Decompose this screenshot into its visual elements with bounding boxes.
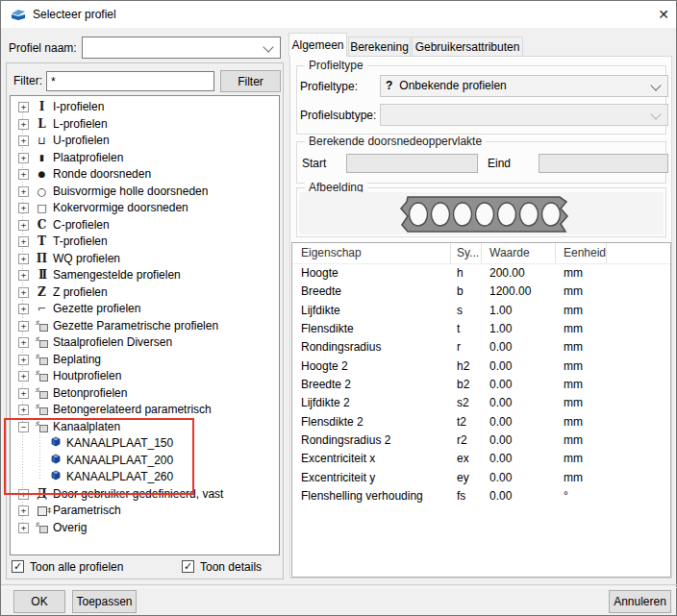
expand-icon[interactable]: + <box>18 388 29 399</box>
table-row[interactable]: Hoogteh200.00mm <box>292 264 670 283</box>
expand-icon[interactable]: + <box>18 119 29 130</box>
expand-icon[interactable]: + <box>18 220 29 231</box>
table-row[interactable]: Hoogte 2h20.00mm <box>292 357 670 376</box>
tree-item[interactable]: +sHoutprofielen <box>11 368 279 385</box>
tree-item[interactable]: +LL-profielen <box>11 116 279 134</box>
parametric-box-icon: s <box>34 318 50 335</box>
apply-button[interactable]: Toepassen <box>72 590 137 613</box>
table-row[interactable]: Flensdiktet1.00mm <box>292 320 670 338</box>
tree-item[interactable]: +○Buisvormige holle doorsneden <box>11 184 279 201</box>
table-row[interactable]: Rondingsradius 2r20.00mm <box>292 431 670 450</box>
tree-item[interactable]: +IISamengestelde profielen <box>11 267 279 284</box>
table-row[interactable]: Excentriciteit xex0.00mm <box>292 450 670 468</box>
tree-item-label: Kanaalplaten <box>53 420 120 433</box>
tree-item[interactable]: −sKanaalplaten <box>11 419 279 436</box>
tab-algemeen[interactable]: Algemeen <box>288 33 347 57</box>
tree-item[interactable]: +TT-profielen <box>11 234 279 251</box>
column-header[interactable]: Eigenschap <box>292 243 451 263</box>
expand-icon[interactable]: + <box>18 186 29 197</box>
profieltype-combobox[interactable]: ?Onbekende profielen <box>380 75 668 97</box>
column-header[interactable]: Waarde <box>482 243 556 263</box>
column-header[interactable]: Sy... <box>451 243 482 263</box>
expand-icon[interactable]: + <box>18 405 29 415</box>
expand-icon[interactable]: + <box>18 304 29 314</box>
table-cell: 0.00 <box>482 431 556 450</box>
tree-item[interactable]: +CC-profielen <box>11 217 279 234</box>
expand-icon[interactable]: + <box>18 236 29 247</box>
tree-item[interactable]: KANAALPLAAT_260 <box>11 469 279 486</box>
tree-item-label: WQ profielen <box>53 252 120 265</box>
table-cell: 0.00 <box>482 487 556 505</box>
tree-item[interactable]: +ZZ profielen <box>11 284 279 302</box>
expand-icon[interactable]: + <box>18 153 29 163</box>
profielsubtype-combobox[interactable] <box>380 104 668 126</box>
table-row[interactable]: Flenshelling verhoudingfs0.00° <box>292 487 670 505</box>
column-header[interactable]: Eenheid <box>556 243 607 263</box>
table-row[interactable]: Rondingsradiusr0.00mm <box>292 338 670 357</box>
tree-item[interactable]: +sBetongerelateerd parametrisch <box>11 402 279 419</box>
tree-item[interactable]: +ДDoor gebruiker gedefinieerd, vast <box>11 486 279 504</box>
tree-item[interactable]: +□Kokervormige doorsneden <box>11 200 279 217</box>
show-all-profiles-checkbox[interactable]: ✓ <box>12 560 24 573</box>
tree-item[interactable]: +sGezette Parametrische profielen <box>11 318 279 335</box>
expand-icon[interactable]: + <box>18 270 29 281</box>
tree-item[interactable]: +⊔U-profielen <box>11 133 279 150</box>
tree-item[interactable]: +⌐Gezette profielen <box>11 301 279 318</box>
tree-item[interactable]: +sStaalprofielen Diversen <box>11 334 279 352</box>
expand-icon[interactable]: + <box>18 337 29 348</box>
table-cell: Rondingsradius 2 <box>292 431 451 450</box>
properties-table: EigenschapSy...WaardeEenheid Hoogteh200.… <box>291 242 671 578</box>
expand-icon[interactable]: + <box>18 254 29 264</box>
table-row[interactable]: Excentriciteit yey0.00mm <box>292 469 670 487</box>
tree-item[interactable]: +●Ronde doorsneden <box>11 166 279 184</box>
tree-item[interactable]: +▮Plaatprofielen <box>11 150 279 167</box>
expand-icon[interactable]: + <box>18 505 29 516</box>
tree-item[interactable]: +‡Parametrisch <box>11 503 279 520</box>
tree-item[interactable]: +sBeplating <box>11 352 279 369</box>
expand-icon[interactable]: + <box>18 355 29 365</box>
expand-icon[interactable]: + <box>18 287 29 298</box>
table-row[interactable]: Lijfdiktes1.00mm <box>292 302 670 320</box>
expand-icon[interactable]: + <box>18 321 29 332</box>
parametric-node-icon: ‡ <box>34 503 50 520</box>
tab-berekening[interactable]: Berekening <box>348 37 411 57</box>
tree-item[interactable]: +II-profielen <box>11 99 279 116</box>
start-field[interactable] <box>346 154 478 173</box>
tree-item-label: Samengestelde profielen <box>53 268 181 282</box>
ok-button[interactable]: OK <box>13 590 65 613</box>
expand-icon[interactable]: + <box>18 203 29 213</box>
expand-icon[interactable]: + <box>18 523 29 533</box>
image-group: Afbeelding <box>296 187 666 237</box>
table-row[interactable]: Flensdikte 2t20.00mm <box>292 413 670 431</box>
tab-gebruikersattributen[interactable]: Gebruikersattributen <box>412 37 523 57</box>
expand-icon[interactable]: + <box>18 136 29 146</box>
expand-icon[interactable]: + <box>18 102 29 112</box>
show-details-checkbox[interactable]: ✓ <box>182 560 194 573</box>
table-cell: 1.00 <box>482 302 556 320</box>
table-cell: Hoogte <box>292 264 451 283</box>
collapse-icon[interactable]: − <box>18 422 29 432</box>
tree-item[interactable]: +ΠWQ profielen <box>11 251 279 268</box>
blue-cube-icon <box>47 435 63 453</box>
close-icon[interactable]: ✕ <box>653 6 674 24</box>
tree-item-label: Plaatprofielen <box>53 151 123 164</box>
cancel-button[interactable]: Annuleren <box>609 590 671 613</box>
table-cell: mm <box>556 338 607 357</box>
filter-button[interactable]: Filter <box>220 70 281 92</box>
table-row[interactable]: Breedteb1200.00mm <box>292 283 670 301</box>
wq-profile-icon: Π <box>34 251 50 268</box>
tree-item[interactable]: KANAALPLAAT_150 <box>11 435 279 453</box>
tree-item[interactable]: +sBetonprofielen <box>11 385 279 403</box>
profile-name-combobox[interactable] <box>82 37 281 59</box>
tree-item[interactable]: KANAALPLAAT_200 <box>11 453 279 470</box>
table-cell: mm <box>556 302 607 320</box>
eind-field[interactable] <box>539 154 668 173</box>
table-row[interactable]: Lijfdikte 2s20.00mm <box>292 394 670 412</box>
filter-input[interactable] <box>46 71 214 91</box>
tree-item[interactable]: +sOverig <box>11 520 279 537</box>
expand-icon[interactable]: + <box>18 169 29 180</box>
table-cell: s2 <box>451 394 482 412</box>
expand-icon[interactable]: + <box>18 489 29 500</box>
table-row[interactable]: Breedte 2b20.00mm <box>292 376 670 394</box>
expand-icon[interactable]: + <box>18 371 29 382</box>
